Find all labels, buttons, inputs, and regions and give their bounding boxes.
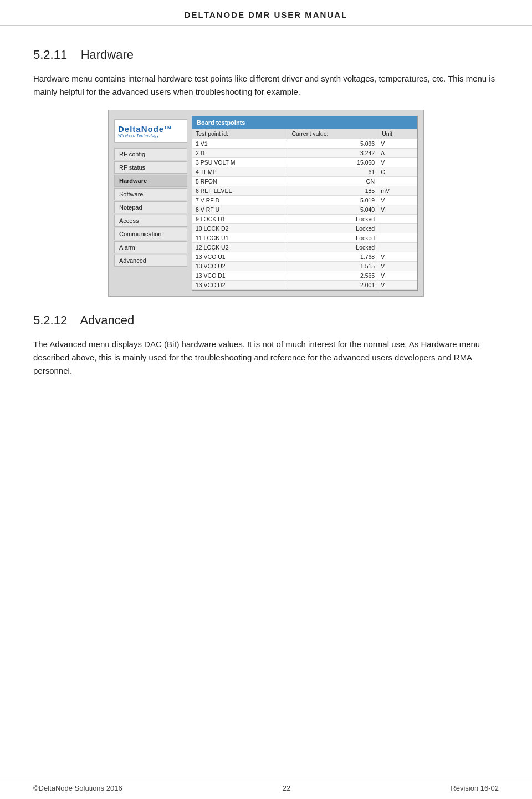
screenshot-box: DeltaNodeTM Wireless Technology RF confi… [108,110,424,297]
cell-unit: V [378,271,417,281]
footer-copyright: ©DeltaNode Solutions 2016 [33,784,122,792]
header-title: DELTANODE DMR USER MANUAL [185,10,347,19]
cell-id: 6 REF LEVEL [192,186,288,196]
cell-value: 185 [288,186,378,196]
cell-id: 2 I1 [192,149,288,158]
cell-id: 12 LOCK U2 [192,243,288,252]
table-row: 13 VCO D2 2.001 V [192,281,417,290]
section-512-title: 5.2.12 Advanced [33,313,499,328]
page-content: 5.2.11 Hardware Hardware menu contains i… [0,26,532,433]
cell-id: 9 LOCK D1 [192,215,288,224]
col-value: Current value: [288,129,378,139]
cell-unit: V [378,139,417,149]
menu-item-access[interactable]: Access [114,215,187,227]
section-512-body: The Advanced menu displays DAC (Bit) har… [33,338,499,378]
table-header: Board testpoints [192,116,417,129]
menu-item-hardware[interactable]: Hardware [114,175,187,187]
cell-id: 13 VCO D2 [192,281,288,290]
cell-value: Locked [288,224,378,233]
cell-value: Locked [288,233,378,243]
table-row: 13 VCO U1 1.768 V [192,252,417,262]
cell-unit [378,215,417,224]
table-row: 2 I1 3.242 A [192,149,417,158]
cell-id: 13 VCO U1 [192,252,288,262]
cell-unit: mV [378,186,417,196]
table-row: 5 RFON ON [192,177,417,186]
cell-id: 13 VCO U2 [192,262,288,271]
menu-item-alarm[interactable]: Alarm [114,241,187,253]
table-row: 13 VCO U2 1.515 V [192,262,417,271]
cell-unit: V [378,158,417,167]
cell-unit [378,177,417,186]
logo-area: DeltaNodeTM Wireless Technology [114,119,187,143]
cell-value: 2.565 [288,271,378,281]
table-row: 4 TEMP 61 C [192,167,417,177]
table-row: 1 V1 5.096 V [192,139,417,149]
cell-unit [378,224,417,233]
screenshot-sidebar: DeltaNodeTM Wireless Technology RF confi… [114,116,192,291]
col-id: Test point id: [192,129,288,139]
table-row: 11 LOCK U1 Locked [192,233,417,243]
cell-id: 1 V1 [192,139,288,149]
cell-value: 5.040 [288,205,378,215]
table-row: 6 REF LEVEL 185 mV [192,186,417,196]
footer-page: 22 [283,784,290,792]
table-row: 9 LOCK D1 Locked [192,215,417,224]
table-row: 8 V RF U 5.040 V [192,205,417,215]
table-row: 10 LOCK D2 Locked [192,224,417,233]
cell-value: 1.515 [288,262,378,271]
cell-value: 1.768 [288,252,378,262]
cell-unit: V [378,252,417,262]
screenshot-container: DeltaNodeTM Wireless Technology RF confi… [33,110,499,297]
cell-value: Locked [288,243,378,252]
cell-unit: A [378,149,417,158]
cell-unit: V [378,196,417,205]
table-row: 12 LOCK U2 Locked [192,243,417,252]
section-511-title: 5.2.11 Hardware [33,48,499,62]
table-row: 7 V RF D 5.019 V [192,196,417,205]
cell-unit: C [378,167,417,177]
logo-brand: DeltaNodeTM [118,124,183,134]
cell-value: 15.050 [288,158,378,167]
cell-value: 5.096 [288,139,378,149]
table-row: 13 VCO D1 2.565 V [192,271,417,281]
table-row: 3 PSU VOLT M 15.050 V [192,158,417,167]
cell-id: 7 V RF D [192,196,288,205]
cell-id: 11 LOCK U1 [192,233,288,243]
board-testpoints-table: Test point id: Current value: Unit: 1 V1… [192,129,417,290]
cell-id: 8 V RF U [192,205,288,215]
page-header: DELTANODE DMR USER MANUAL [0,0,532,26]
menu-item-communication[interactable]: Communication [114,228,187,240]
menu-item-rf-status[interactable]: RF status [114,161,187,174]
cell-id: 3 PSU VOLT M [192,158,288,167]
cell-id: 4 TEMP [192,167,288,177]
cell-value: Locked [288,215,378,224]
cell-unit [378,233,417,243]
section-511-body: Hardware menu contains internal hardware… [33,72,499,99]
logo-tagline: Wireless Technology [118,134,183,138]
menu-item-advanced[interactable]: Advanced [114,255,187,267]
page-footer: ©DeltaNode Solutions 2016 22 Revision 16… [0,777,532,799]
cell-value: 5.019 [288,196,378,205]
cell-value: 2.001 [288,281,378,290]
cell-id: 5 RFON [192,177,288,186]
cell-unit: V [378,205,417,215]
cell-unit [378,243,417,252]
screenshot-inner: DeltaNodeTM Wireless Technology RF confi… [114,116,418,291]
menu-item-notepad[interactable]: Notepad [114,201,187,213]
col-unit: Unit: [378,129,417,139]
screenshot-table-area: Board testpoints Test point id: Current … [192,116,418,291]
menu-item-rf-config[interactable]: RF config [114,148,187,160]
cell-value: ON [288,177,378,186]
menu-item-software[interactable]: Software [114,188,187,200]
cell-id: 10 LOCK D2 [192,224,288,233]
footer-revision: Revision 16-02 [451,784,499,792]
cell-unit: V [378,281,417,290]
cell-unit: V [378,262,417,271]
cell-value: 3.242 [288,149,378,158]
cell-value: 61 [288,167,378,177]
cell-id: 13 VCO D1 [192,271,288,281]
